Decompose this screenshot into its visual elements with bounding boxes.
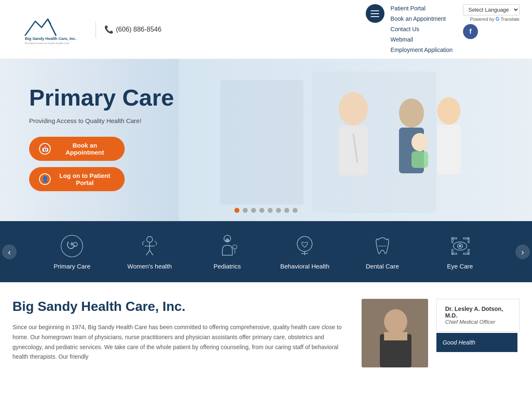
header-right: Patient Portal Book an Appointment Conta… [366, 4, 520, 54]
carousel-dots [234, 208, 298, 213]
services-arrow-right[interactable]: › [515, 244, 530, 259]
calendar-icon: 📅 [39, 143, 51, 155]
header-divider [96, 21, 96, 38]
svg-point-5 [339, 92, 368, 126]
womens-health-label: Women's health [128, 263, 172, 270]
services-arrow-left[interactable]: ‹ [2, 244, 17, 259]
dot-8[interactable] [293, 208, 298, 213]
powered-by-text: Powered by G Translate [470, 16, 520, 22]
google-logo: G [495, 16, 499, 22]
site-header: Big Sandy Health Care, Inc. "Providing A… [0, 0, 532, 59]
primary-care-icon [59, 234, 84, 259]
facebook-button[interactable]: f [463, 24, 478, 39]
main-nav: Patient Portal Book an Appointment Conta… [391, 4, 453, 54]
nav-book-appointment[interactable]: Book an Appointment [391, 15, 453, 23]
services-strip: ‹ Primary Care [0, 221, 532, 282]
svg-point-42 [459, 245, 461, 247]
svg-point-18 [147, 236, 153, 242]
book-appointment-button[interactable]: 📅 Book an Appointment [29, 137, 125, 161]
dot-6[interactable] [276, 208, 281, 213]
svg-text:Big Sandy Health Care, Inc.: Big Sandy Health Care, Inc. [25, 36, 76, 41]
doctor-name: Dr. Lesley A. Dotson, M.D. [445, 305, 511, 319]
svg-rect-24 [226, 240, 229, 241]
svg-point-44 [384, 309, 407, 334]
behavioral-health-icon [292, 234, 317, 259]
pediatrics-icon [215, 234, 240, 259]
doctor-info-card: Dr. Lesley A. Dotson, M.D. Chief Medical… [436, 299, 520, 332]
svg-point-10 [437, 97, 461, 125]
menu-line-2 [371, 13, 379, 14]
service-item-womens-health[interactable]: Women's health [111, 229, 189, 274]
svg-rect-3 [220, 80, 303, 204]
svg-rect-46 [384, 332, 407, 340]
svg-rect-37 [452, 249, 453, 254]
svg-line-21 [146, 250, 150, 255]
service-item-primary-care[interactable]: Primary Care [33, 229, 111, 274]
svg-rect-6 [339, 126, 368, 175]
phone-icon: 📞 [104, 25, 113, 34]
doctor-title: Chief Medical Officer [445, 319, 511, 325]
svg-point-12 [411, 133, 428, 151]
dental-care-label: Dental Care [366, 263, 399, 270]
dot-7[interactable] [284, 208, 289, 213]
dot-4[interactable] [259, 208, 264, 213]
dental-care-icon [370, 234, 395, 259]
good-health-card: Good Health [436, 333, 517, 352]
svg-point-15 [73, 242, 77, 246]
patient-portal-button[interactable]: 👤 Log on to Patient Portal [29, 167, 125, 191]
svg-rect-13 [411, 151, 428, 168]
primary-care-label: Primary Care [54, 263, 90, 270]
dot-1[interactable] [234, 208, 239, 213]
services-container: Primary Care Women's health [17, 229, 515, 274]
about-content: Big Sandy Health Care, Inc. Since our be… [12, 299, 349, 367]
svg-point-26 [233, 245, 237, 249]
eye-care-icon [448, 234, 473, 259]
svg-text:"Providing Access to Quality H: "Providing Access to Quality Health Care… [24, 42, 71, 44]
svg-rect-38 [463, 253, 468, 254]
service-item-dental-care[interactable]: Dental Care [344, 229, 421, 274]
dot-2[interactable] [243, 208, 248, 213]
doctor-area: Dr. Lesley A. Dotson, M.D. Chief Medical… [362, 299, 520, 367]
svg-rect-34 [463, 238, 468, 239]
service-item-pediatrics[interactable]: Pediatrics [188, 229, 266, 274]
user-icon: 👤 [39, 173, 51, 185]
nav-contact-us[interactable]: Contact Us [391, 25, 453, 34]
about-title: Big Sandy Health Care, Inc. [12, 299, 349, 314]
menu-line-1 [371, 10, 379, 11]
svg-rect-11 [437, 125, 461, 175]
nav-employment[interactable]: Employment Application [391, 46, 453, 54]
eye-care-label: Eye Care [447, 263, 473, 270]
about-text: Since our beginning in 1974, Big Sandy H… [12, 323, 349, 362]
dot-5[interactable] [268, 208, 273, 213]
dot-3[interactable] [251, 208, 256, 213]
doctor-photo [362, 299, 428, 367]
hero-content: Primary Care Providing Access to Quality… [29, 84, 174, 197]
phone-area: 📞 (606) 886-8546 [104, 25, 161, 34]
nav-webmail[interactable]: Webmail [391, 35, 453, 44]
hero-banner: Primary Care Providing Access to Quality… [0, 59, 532, 221]
service-item-behavioral-health[interactable]: Behavioral Health [266, 229, 344, 274]
svg-line-22 [150, 250, 153, 255]
language-select[interactable]: Select Language [463, 4, 520, 15]
hero-image [179, 59, 532, 221]
svg-rect-33 [452, 238, 453, 243]
logo-area: Big Sandy Health Care, Inc. "Providing A… [12, 15, 366, 44]
about-right: Dr. Lesley A. Dotson, M.D. Chief Medical… [362, 299, 520, 367]
phone-number[interactable]: (606) 886-8546 [116, 26, 161, 33]
pediatrics-label: Pediatrics [214, 263, 241, 270]
nav-patient-portal[interactable]: Patient Portal [391, 4, 453, 13]
service-item-eye-care[interactable]: Eye Care [421, 229, 499, 274]
language-selector-wrap: Select Language Powered by G Translate [463, 4, 520, 22]
about-section: Big Sandy Health Care, Inc. Since our be… [0, 282, 532, 384]
logo[interactable]: Big Sandy Health Care, Inc. "Providing A… [12, 15, 87, 44]
lang-social-area: Select Language Powered by G Translate f [463, 4, 520, 39]
behavioral-health-label: Behavioral Health [280, 263, 329, 270]
hero-title: Primary Care [29, 84, 174, 111]
doctor-info-area: Dr. Lesley A. Dotson, M.D. Chief Medical… [432, 299, 520, 352]
menu-button[interactable] [366, 4, 384, 23]
womens-health-icon [137, 234, 162, 259]
menu-line-3 [371, 16, 379, 17]
hero-subtitle: Providing Access to Quality Health Care! [29, 117, 174, 124]
svg-point-28 [297, 236, 312, 251]
svg-rect-25 [227, 239, 228, 242]
